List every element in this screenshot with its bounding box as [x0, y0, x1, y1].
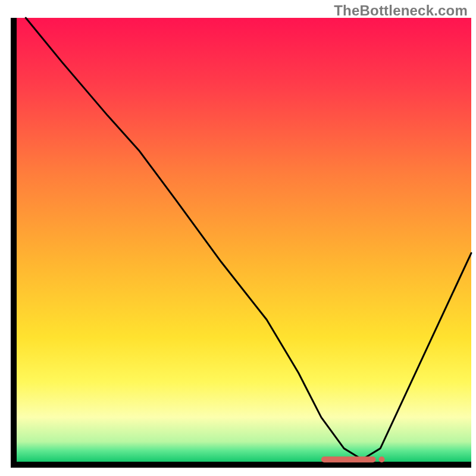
y-axis	[11, 18, 17, 468]
optimal-range-marker	[321, 456, 376, 462]
bottleneck-chart	[0, 0, 476, 476]
chart-background	[17, 18, 471, 462]
x-axis	[11, 462, 471, 468]
chart-container: TheBottleneck.com	[0, 0, 476, 476]
optimal-range-end-dot	[379, 456, 385, 462]
watermark-label: TheBottleneck.com	[334, 2, 468, 19]
